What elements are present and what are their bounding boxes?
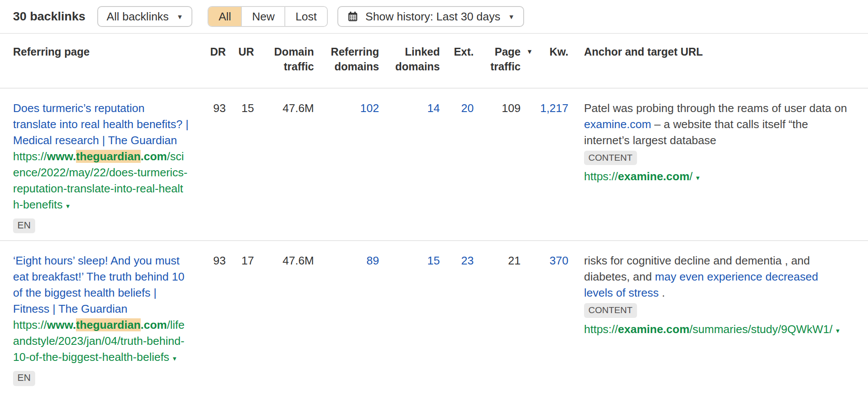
anchor-and-target-cell: risks for cognitive decline and dementia… [568,241,868,393]
url-options-caret-icon[interactable]: ▾ [836,327,839,334]
referring-domains-link[interactable]: 102 [360,102,379,115]
referring-page-cell: Does turmeric’s reputation translate int… [13,89,198,240]
segment-new[interactable]: New [241,7,284,26]
url-options-caret-icon[interactable]: ▾ [696,174,700,182]
anchor-link[interactable]: examine.com [584,118,651,131]
referring-page-cell: ‘Eight hours’ sleep! And you must eat br… [13,241,198,393]
domain-traffic-value: 47.6M [254,89,314,240]
show-history-label: Show history: Last 30 days [366,10,501,23]
language-badge: EN [13,371,35,386]
chevron-down-icon: ▼ [177,13,183,20]
column-header-dr[interactable]: DR [198,34,226,88]
segment-all[interactable]: All [208,7,241,26]
kw-link[interactable]: 1,217 [540,102,568,115]
backlinks-filter-label: All backlinks [107,10,169,23]
backlink-status-segmented-control: All New Lost [208,6,327,27]
ur-value: 15 [226,89,254,240]
dr-value: 93 [198,89,226,240]
dr-value: 93 [198,241,226,393]
column-header-linked-domains[interactable]: Linked domains [379,34,440,88]
domain-traffic-value: 47.6M [254,241,314,393]
referring-page-title-link[interactable]: ‘Eight hours’ sleep! And you must eat br… [13,253,189,317]
column-header-referring-domains[interactable]: Referring domains [314,34,379,88]
linked-domains-link[interactable]: 15 [427,254,440,267]
content-type-badge: CONTENT [584,151,637,165]
ext-link[interactable]: 23 [461,254,474,267]
backlinks-toolbar: 30 backlinks All backlinks ▼ All New Los… [0,0,868,34]
referring-page-title-link[interactable]: Does turmeric’s reputation translate int… [13,100,189,149]
column-header-domain-traffic[interactable]: Domain traffic [254,34,314,88]
target-url-link[interactable]: https://examine.com/summaries/study/9QWk… [584,321,847,339]
column-header-ext[interactable]: Ext. [440,34,474,88]
segment-lost[interactable]: Lost [284,7,327,26]
sort-desc-icon: ▼ [526,44,533,59]
referring-domains-link[interactable]: 89 [366,254,379,267]
table-row: ‘Eight hours’ sleep! And you must eat br… [0,240,868,393]
chevron-down-icon: ▼ [508,13,515,20]
page-traffic-value: 109 [474,89,521,240]
anchor-text: Patel was probing through the reams of u… [584,100,847,149]
kw-link[interactable]: 370 [550,254,568,267]
highlighted-domain: theguardian [76,318,141,331]
column-header-kw[interactable]: Kw. [521,34,568,88]
ur-value: 17 [226,241,254,393]
url-options-caret-icon[interactable]: ▾ [66,202,69,210]
table-header: Referring page DR UR Domain traffic Refe… [0,34,868,89]
page-traffic-value: 21 [474,241,521,393]
anchor-text: risks for cognitive decline and dementia… [584,253,847,301]
highlighted-domain: theguardian [76,150,141,163]
column-header-anchor-target-url: Anchor and target URL [568,34,868,88]
column-header-referring-page: Referring page [13,34,198,88]
referring-page-url-link[interactable]: https://www.theguardian.com/science/2022… [13,149,189,214]
backlinks-filter-dropdown[interactable]: All backlinks ▼ [97,6,193,27]
linked-domains-link[interactable]: 14 [427,102,440,115]
calendar-icon [347,11,359,23]
language-badge: EN [13,218,35,233]
url-options-caret-icon[interactable]: ▾ [173,355,176,362]
anchor-and-target-cell: Patel was probing through the reams of u… [568,89,868,240]
table-row: Does turmeric’s reputation translate int… [0,89,868,240]
ext-link[interactable]: 20 [461,102,474,115]
backlinks-count: 30 backlinks [13,10,86,23]
content-type-badge: CONTENT [584,303,637,317]
column-header-ur[interactable]: UR [226,34,254,88]
referring-page-url-link[interactable]: https://www.theguardian.com/lifeandstyle… [13,317,189,367]
target-url-link[interactable]: https://examine.com/▾ [584,169,847,186]
show-history-dropdown[interactable]: Show history: Last 30 days ▼ [337,6,525,27]
column-header-page-traffic[interactable]: Page ▼ traffic [474,34,521,88]
